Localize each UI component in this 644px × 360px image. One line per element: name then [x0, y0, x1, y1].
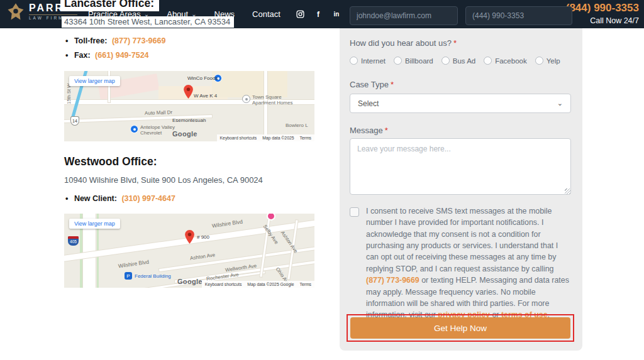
westwood-office-heading: Westwood Office:	[64, 155, 157, 168]
message-label: Message*	[350, 126, 388, 135]
lancaster-office-address: 43364 10th Street West, Lancaster, CA 93…	[62, 16, 234, 28]
view-larger-map-link[interactable]: View larger map	[69, 76, 120, 86]
terms-link[interactable]: Terms	[299, 282, 311, 286]
poi-magenta-icon[interactable]	[267, 214, 275, 221]
sms-consent-block: I consent to receive SMS text messages a…	[350, 205, 571, 321]
westwood-map-embed[interactable]: 405 View larger map # 900 Wilshire Blvd …	[64, 214, 314, 288]
map-label: WinCo Foods	[187, 75, 218, 81]
radio-circle-icon	[441, 57, 450, 65]
linkedin-icon[interactable]: in	[332, 10, 341, 19]
google-logo[interactable]: Google	[172, 130, 197, 138]
header-phone-block: (844) 990-3353 Call Now 24/7	[566, 2, 639, 25]
sms-consent-checkbox[interactable]	[350, 207, 359, 217]
nav-contact[interactable]: Contact	[252, 9, 280, 19]
phone-field[interactable]	[465, 6, 572, 25]
hear-about-options: Internet Billboard Bus Ad Facebook Yelp	[350, 57, 571, 65]
terms-link[interactable]: Terms	[299, 136, 311, 140]
map-label: Town SquareApartment Homes	[252, 94, 292, 106]
map-label: 15th St W	[67, 84, 72, 104]
required-asterisk: *	[385, 126, 388, 135]
interstate-405-shield: 405	[68, 236, 79, 246]
header-phone-link[interactable]: (844) 990-3353	[566, 2, 639, 14]
radio-billboard[interactable]: Billboard	[394, 57, 433, 65]
map-label: Auto Mall Dr	[145, 109, 172, 116]
map-label: W Ave K 4	[194, 93, 217, 99]
map-pin-icon[interactable]	[184, 85, 193, 99]
lancaster-map-embed[interactable]: 14 View larger map WinCo Foods W Ave K 4…	[64, 71, 314, 141]
radio-circle-icon	[350, 57, 358, 65]
page: PARRIS LAW FIRM Practice Areas ⌄ About ⌄…	[0, 0, 644, 360]
keyboard-shortcuts-link[interactable]: Keyboard shortcuts	[205, 282, 242, 286]
message-textarea[interactable]	[350, 138, 571, 195]
chevron-down-icon: ⌄	[557, 99, 563, 107]
hear-about-label: How did you hear about us?*	[350, 38, 457, 48]
westwood-office-address: 10940 Wilshire Blvd, Suite 900 Los Angel…	[64, 175, 263, 185]
tollfree-phone-link[interactable]: (877) 773-9669	[112, 36, 165, 45]
view-larger-map-link[interactable]: View larger map	[69, 219, 120, 229]
route-14-shield: 14	[70, 116, 79, 126]
fax-number: (661) 949-7524	[95, 51, 148, 60]
consent-phone-link[interactable]: (877) 773-9669	[366, 276, 419, 285]
map-label: Ashton Ave	[190, 252, 216, 261]
radio-yelp[interactable]: Yelp	[535, 57, 560, 65]
case-type-label: Case Type*	[350, 80, 394, 89]
list-item: • Toll-free: (877) 773-9669	[65, 36, 165, 45]
radio-facebook[interactable]: Facebook	[484, 57, 527, 65]
map-label: Bowlero L	[286, 123, 308, 128]
map-attribution: Keyboard shortcuts Map data ©2025 Terms	[217, 134, 314, 141]
get-help-now-button[interactable]: Get Help Now	[350, 317, 570, 339]
keyboard-shortcuts-link[interactable]: Keyboard shortcuts	[220, 136, 257, 140]
facebook-icon[interactable]: f	[314, 10, 323, 19]
case-type-select[interactable]: Select ⌄	[350, 94, 571, 113]
lancaster-contacts: • Toll-free: (877) 773-9669 • Fax: (661)…	[65, 36, 165, 65]
google-logo[interactable]: Google	[177, 278, 203, 285]
westwood-contacts: • New Client: (310) 997-4647	[65, 194, 175, 209]
select-value: Select	[358, 99, 379, 108]
parris-crest-icon	[6, 3, 25, 21]
map-data-label: Map data ©2025 Google	[247, 282, 294, 286]
map-label: Esemontesuah	[172, 117, 206, 123]
chevrolet-poi-icon[interactable]	[130, 125, 138, 133]
radio-circle-icon	[484, 57, 492, 65]
email-field[interactable]	[350, 6, 458, 25]
map-label: Antelope ValleyChevrolet	[140, 124, 175, 136]
map-pin-icon[interactable]	[185, 230, 194, 244]
sms-consent-text: I consent to receive SMS text messages a…	[366, 205, 571, 321]
map-label: Wilshire Blvd	[212, 219, 243, 230]
list-item: • New Client: (310) 997-4647	[65, 194, 175, 203]
town-square-poi-icon[interactable]	[242, 95, 250, 103]
map-road	[264, 71, 267, 141]
list-item: • Fax: (661) 949-7524	[65, 51, 165, 60]
resize-handle[interactable]	[565, 188, 570, 194]
map-label: Wilshire Blvd	[118, 259, 150, 270]
map-data-label: Map data ©2025	[262, 136, 294, 140]
instagram-icon[interactable]	[296, 10, 304, 19]
radio-circle-icon	[535, 57, 543, 65]
radio-internet[interactable]: Internet	[350, 57, 386, 65]
call-now-label: Call Now 24/7	[566, 16, 639, 25]
radio-bus-ad[interactable]: Bus Ad	[441, 57, 475, 65]
required-asterisk: *	[391, 80, 394, 89]
map-label: Federal Building	[135, 273, 171, 279]
lancaster-office-heading: Lancaster Office:	[60, 0, 159, 11]
new-client-phone-link[interactable]: (310) 997-4647	[121, 194, 175, 203]
map-attribution: Keyboard shortcuts Map data ©2025 Google…	[202, 281, 314, 288]
map-label: # 900	[197, 234, 209, 240]
parking-poi-icon[interactable]: P	[125, 272, 132, 280]
radio-circle-icon	[394, 57, 402, 65]
map-area-patch	[212, 71, 287, 97]
required-asterisk: *	[453, 38, 457, 48]
